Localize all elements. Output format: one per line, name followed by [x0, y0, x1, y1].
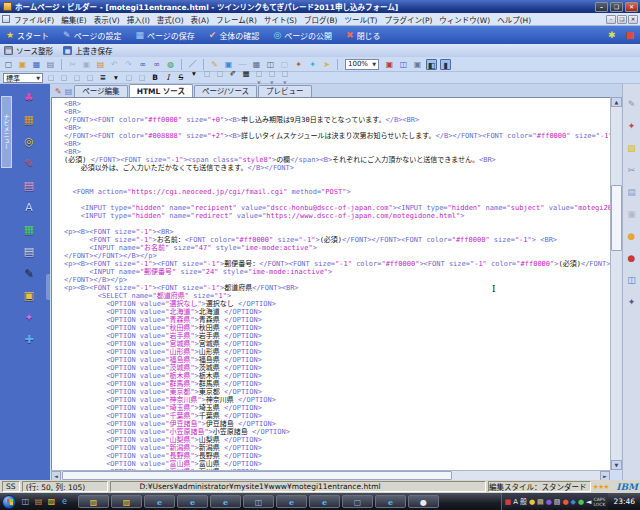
open-file-icon[interactable]: ▣ [17, 59, 28, 70]
cut-icon[interactable]: ✂ [67, 59, 78, 70]
start-button[interactable]: ★スタート [6, 30, 49, 41]
paste-icon[interactable]: ▤ [95, 59, 106, 70]
restore-button[interactable]: ❑ [610, 2, 623, 12]
mdi-minimize-button[interactable]: – [606, 15, 616, 24]
vertical-scrollbar[interactable]: ▲ ▼ [610, 97, 621, 470]
effect-icon[interactable]: ✦ [293, 59, 304, 70]
menu-item[interactable]: 表示(V) [94, 14, 120, 25]
scroll-up-icon[interactable]: ▲ [611, 97, 622, 107]
start-button[interactable] [2, 495, 16, 509]
task-ie-2[interactable]: e [177, 495, 208, 508]
rs-palette-icon[interactable]: ✦ [626, 120, 638, 132]
tab-3[interactable]: ページ/ソース [194, 85, 257, 97]
nav-plus-icon[interactable]: ✚ [22, 332, 37, 347]
tray-volume-icon[interactable]: ◄ [586, 498, 591, 506]
send-icon[interactable]: ➤ [321, 59, 332, 70]
nav-ribbon-icon[interactable]: ♣ [22, 90, 37, 105]
menu-item[interactable]: ウィンドウ(W) [439, 14, 490, 25]
nav-menu-tab[interactable]: ナビメニュー [1, 96, 12, 168]
media-icon[interactable]: ✦ [307, 59, 318, 70]
page-save-button[interactable]: ▦ページの保存 [135, 30, 194, 41]
task-ie-3[interactable]: e [210, 495, 241, 508]
sidebar-collapse-handle[interactable] [46, 274, 50, 300]
menu-item[interactable]: ブログ(B) [304, 14, 338, 25]
rs-cut-icon[interactable]: ✂ [626, 164, 638, 176]
style-combo[interactable]: 標準 ▼ [3, 73, 43, 83]
rs-orange-icon[interactable]: ● [626, 230, 638, 242]
menu-item[interactable]: フレーム(R) [216, 14, 257, 25]
tray-red-icon[interactable]: ● [562, 498, 568, 506]
tray-ime-a-icon[interactable]: A [513, 498, 518, 506]
toggle-left-icon[interactable]: ◧ [426, 59, 437, 70]
show-desktop-icon[interactable]: ◫ [20, 496, 31, 507]
mdi-close-button[interactable]: ✕ [628, 15, 638, 24]
source-format-button[interactable]: ▤ソース整形 [4, 45, 53, 56]
anchor-icon[interactable]: ∞ [151, 59, 162, 70]
rs-folder-icon[interactable]: ▨ [626, 142, 638, 154]
nav-grid-icon[interactable]: ▦ [22, 222, 37, 237]
list-dropdown-icon[interactable]: ▾ [111, 73, 121, 82]
list-icon[interactable]: ≣ [98, 73, 108, 82]
tab-4[interactable]: プレビュー [258, 85, 312, 97]
tray-star-icon[interactable]: ● [529, 498, 535, 506]
rs-star-icon[interactable]: ✦ [626, 296, 638, 308]
menu-item[interactable]: プラグイン(P) [384, 14, 432, 25]
tray-cheese-icon[interactable]: ▤ [537, 498, 544, 506]
copy-icon[interactable]: ▣ [81, 59, 92, 70]
globe-icon[interactable]: ◍ [165, 59, 176, 70]
nav-textbox-icon[interactable]: A [22, 200, 37, 215]
rs-copy-icon[interactable]: ▤ [626, 186, 638, 198]
task-folder-1[interactable]: ▨ [78, 495, 109, 508]
italic-button[interactable]: I [163, 73, 173, 82]
fmt-gray-2[interactable]: ▢ [59, 73, 69, 82]
close-window-button[interactable]: ✕ [625, 2, 638, 12]
nav-box-icon[interactable]: ▣ [22, 288, 37, 303]
task-ie-6[interactable]: e [375, 495, 406, 508]
nav-balls-icon[interactable]: ✦ [22, 310, 37, 325]
nav-calendar-icon[interactable]: ▦ [22, 112, 37, 127]
zoom-combo[interactable]: 100% ▼ [345, 59, 379, 70]
print-icon[interactable]: ▤ [45, 59, 56, 70]
menu-item[interactable]: ヘルプ(H) [497, 14, 531, 25]
horizontal-scroll-thumb[interactable] [62, 471, 452, 480]
task-folder-2[interactable]: ▨ [111, 495, 142, 508]
close-button[interactable]: ✖閉じる [346, 30, 381, 41]
link-icon[interactable]: ∞ [137, 59, 148, 70]
menu-item[interactable]: 表(A) [191, 14, 209, 25]
menu-item[interactable]: 書式(O) [157, 14, 184, 25]
view-red-icon[interactable]: ▣ [384, 59, 395, 70]
fmt-gray-5[interactable]: ▢ [124, 73, 134, 82]
task-explorer-1[interactable]: ◫ [243, 495, 274, 508]
nav-pen-icon[interactable]: ✎ [22, 156, 37, 171]
save-icon[interactable]: ▦ [31, 59, 42, 70]
tray-green-icon[interactable]: ● [578, 498, 584, 506]
fmt-gray-6[interactable]: ▢ [137, 73, 147, 82]
mdi-restore-button[interactable]: ❑ [617, 15, 627, 24]
tray-help-icon[interactable]: ● [546, 498, 552, 506]
help-book-icon[interactable]: ■ [625, 30, 634, 40]
task-window-1[interactable]: ▢ [342, 495, 373, 508]
keys-icon[interactable]: ✱ [608, 30, 616, 40]
tray-security-icon[interactable]: ■ [505, 498, 512, 506]
page-publish-button[interactable]: ◎ページの公開 [273, 30, 332, 41]
menu-item[interactable]: ツール(T) [345, 14, 378, 25]
nav-brush-icon[interactable]: ✎ [22, 266, 37, 281]
bold-button[interactable]: B [150, 73, 160, 82]
view-gray-icon[interactable]: ▣ [412, 59, 423, 70]
rs-window-icon[interactable]: ▣ [626, 208, 638, 220]
overwrite-save-button[interactable]: ▦上書き保存 [63, 45, 113, 56]
minimize-button[interactable]: – [595, 2, 608, 12]
check-all-button[interactable]: ✔全体の確認 [209, 30, 260, 41]
menu-item[interactable]: ファイル(F) [14, 14, 54, 25]
vertical-scroll-thumb[interactable] [611, 185, 622, 251]
nav-scroll-icon[interactable]: ▤ [22, 244, 37, 259]
strike-button[interactable]: S [176, 73, 186, 82]
undo-icon[interactable]: ↶ [109, 59, 120, 70]
task-ie-1[interactable]: e [144, 495, 175, 508]
view-split-icon[interactable]: ◫ [398, 59, 409, 70]
rs-pencil-icon[interactable]: ✎ [626, 98, 638, 110]
taskbar-clock[interactable]: 23:46 [610, 497, 638, 506]
toggle-right-icon[interactable]: ▮ [440, 59, 451, 70]
nav-book-icon[interactable]: ▤ [22, 178, 37, 193]
horizontal-scrollbar[interactable]: ◄ ► [51, 470, 610, 480]
